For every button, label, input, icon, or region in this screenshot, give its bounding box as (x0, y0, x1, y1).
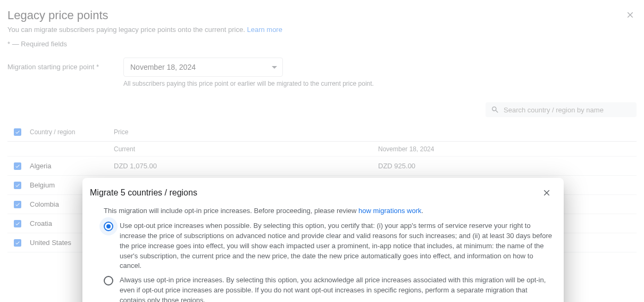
how-migrations-work-link[interactable]: how migrations work (358, 207, 422, 215)
migrate-dialog: Migrate 5 countries / regions This migra… (82, 178, 564, 302)
dialog-close-icon[interactable] (540, 186, 553, 199)
opt-in-label: Always use opt-in price increases. By se… (120, 275, 553, 302)
dialog-title: Migrate 5 countries / regions (90, 188, 197, 198)
dialog-intro: This migration will include opt-in price… (104, 207, 553, 215)
opt-out-radio[interactable] (104, 222, 113, 231)
opt-in-radio[interactable] (104, 276, 113, 285)
opt-out-label: Use opt-out price increases when possibl… (120, 221, 553, 271)
